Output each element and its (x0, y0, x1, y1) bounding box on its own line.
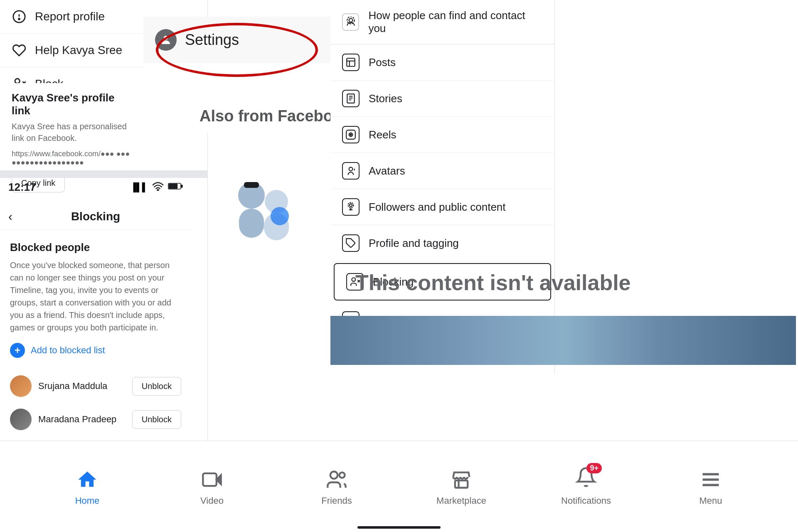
svg-point-45 (340, 472, 345, 478)
signal-icon: ▐▌▌ (130, 182, 148, 192)
unblock-button-maradana[interactable]: Unblock (132, 410, 181, 429)
blocking-screen-title: Blocking (21, 210, 170, 223)
followers-icon (342, 198, 360, 216)
report-icon (12, 9, 27, 24)
nav-label-marketplace: Marketplace (436, 495, 486, 506)
avatars-label: Avatars (369, 165, 405, 177)
profile-tagging-icon (342, 234, 360, 252)
svg-point-3 (15, 79, 20, 83)
svg-point-32 (350, 204, 352, 207)
profile-link-title: Kavya Sree's profile link (12, 91, 134, 117)
nav-label-friends: Friends (321, 495, 352, 506)
nav-item-menu[interactable]: Menu (648, 467, 773, 506)
svg-point-44 (330, 471, 337, 478)
unblock-button-srujana[interactable]: Unblock (132, 377, 181, 396)
menu-item-help-label: Help Kavya Sree (35, 44, 122, 57)
settings-avatar-icon (155, 29, 177, 51)
user-name-srujana: Srujana Maddula (38, 381, 126, 392)
settings-overlay-item: Settings (143, 17, 335, 63)
marketplace-icon (449, 467, 474, 492)
settings-item-how-people[interactable]: How people can find and contact you (330, 0, 554, 44)
menu-item-report-label: Report profile (35, 10, 105, 23)
svg-point-2 (19, 18, 20, 20)
status-time: 12:17 (8, 181, 36, 194)
video-icon (200, 467, 224, 492)
content-unavailable-section: This content isn't available (330, 254, 796, 365)
svg-rect-11 (169, 184, 177, 189)
nav-label-video: Video (200, 495, 224, 506)
svg-rect-46 (455, 480, 468, 488)
back-button[interactable]: ‹ (8, 209, 12, 224)
nav-item-video[interactable]: Video (150, 467, 274, 506)
svg-point-12 (164, 36, 168, 40)
find-contact-icon (342, 13, 359, 31)
menu-icon (698, 467, 723, 492)
svg-rect-18 (244, 182, 259, 188)
add-blocked-label: Add to blocked list (31, 345, 105, 356)
home-icon (75, 467, 100, 492)
svg-point-8 (157, 190, 159, 191)
blocked-user-row-2: Maradana Pradeep Unblock (10, 403, 181, 436)
settings-item-avatars[interactable]: Avatars (330, 153, 554, 189)
user-avatar-srujana (10, 375, 32, 397)
friends-icon (324, 467, 349, 492)
user-avatar-maradana (10, 409, 32, 430)
blocked-people-section: Blocked people Once you've blocked someo… (0, 233, 191, 444)
status-icons: ▐▌▌ (130, 182, 183, 193)
nav-item-marketplace[interactable]: Marketplace (399, 467, 524, 506)
photo-strip (330, 316, 796, 365)
settings-item-reels[interactable]: Reels (330, 117, 554, 153)
svg-point-19 (349, 18, 352, 22)
svg-point-31 (349, 167, 353, 171)
avatars-icon (342, 162, 360, 180)
svg-point-17 (271, 207, 289, 225)
notifications-icon: 9+ (574, 467, 598, 492)
settings-item-posts[interactable]: Posts (330, 44, 554, 81)
nav-item-home[interactable]: Home (25, 467, 150, 506)
notification-badge: 9+ (586, 463, 602, 473)
blocked-description: Once you've blocked someone, that person… (10, 259, 181, 334)
content-unavailable-message: This content isn't available (330, 254, 796, 312)
profile-link-desc: Kavya Sree has a personalised link on Fa… (12, 121, 134, 144)
stories-icon (342, 90, 360, 107)
svg-rect-42 (203, 473, 216, 485)
posts-label: Posts (369, 56, 396, 69)
add-icon: + (10, 343, 25, 358)
menu-item-help[interactable]: Help Kavya Sree (0, 34, 145, 67)
posts-icon (342, 54, 360, 71)
settings-label: Settings (185, 31, 239, 49)
menu-item-report[interactable]: Report profile (0, 0, 145, 34)
battery-icon (168, 182, 183, 192)
also-from-text: Also from Facebo (200, 107, 333, 125)
blocking-illustration (210, 175, 326, 249)
wifi-icon (152, 182, 164, 193)
user-name-maradana: Maradana Pradeep (38, 414, 126, 425)
svg-rect-10 (181, 185, 182, 187)
profile-tagging-label: Profile and tagging (369, 237, 459, 250)
svg-point-33 (348, 202, 354, 208)
home-indicator (357, 526, 441, 529)
bottom-nav: Home Video Friends (0, 441, 798, 532)
nav-label-menu: Menu (699, 495, 722, 506)
svg-point-30 (350, 134, 351, 135)
settings-item-stories[interactable]: Stories (330, 81, 554, 117)
add-to-blocked-list-button[interactable]: + Add to blocked list (10, 343, 181, 358)
followers-label: Followers and public content (369, 201, 506, 214)
settings-item-followers[interactable]: Followers and public content (330, 189, 554, 225)
status-bar: 12:17 ▐▌▌ (0, 181, 191, 194)
find-contact-label: How people can find and contact you (368, 9, 543, 35)
stories-label: Stories (369, 92, 402, 105)
nav-item-notifications[interactable]: 9+ Notifications (524, 467, 648, 506)
blocked-user-row-1: Srujana Maddula Unblock (10, 369, 181, 403)
reels-icon (342, 126, 360, 143)
svg-rect-21 (347, 58, 355, 66)
blocking-header: ‹ Blocking (0, 204, 191, 230)
heart-icon (12, 43, 27, 58)
nav-item-friends[interactable]: Friends (274, 467, 399, 506)
separator-bar (0, 170, 208, 178)
profile-url: https://www.facebook.com/●●● ●●●●●●●●●●●… (12, 150, 134, 167)
nav-label-notifications: Notifications (561, 495, 611, 506)
nav-label-home: Home (75, 495, 100, 506)
blocked-people-title: Blocked people (10, 241, 181, 254)
reels-label: Reels (369, 128, 396, 141)
